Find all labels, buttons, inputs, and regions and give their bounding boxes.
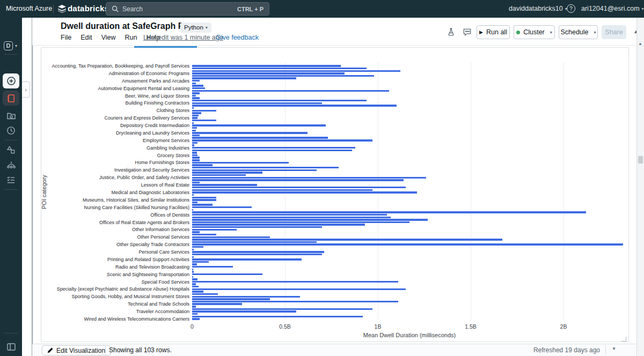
sidebar-item-workspace[interactable] <box>3 108 19 123</box>
comments-icon[interactable] <box>463 27 472 37</box>
bar[interactable] <box>192 276 193 278</box>
bar[interactable] <box>192 112 201 114</box>
bar[interactable] <box>192 85 203 86</box>
expand-sidebar-handle[interactable]: › <box>22 81 30 98</box>
bar[interactable] <box>192 83 196 84</box>
cluster-button[interactable]: Cluster▾ <box>514 25 555 39</box>
last-edit-link[interactable]: Last edit was 1 minute ago <box>143 34 223 41</box>
bar[interactable] <box>192 236 270 238</box>
bar[interactable] <box>192 157 200 158</box>
bar[interactable] <box>192 204 213 205</box>
bar[interactable] <box>192 174 246 176</box>
bar[interactable] <box>192 189 372 191</box>
chevron-down-icon[interactable]: ▼ <box>612 346 616 351</box>
bar[interactable] <box>192 224 365 225</box>
bar[interactable] <box>192 306 196 307</box>
give-feedback-link[interactable]: Give feedback <box>216 34 259 41</box>
bar[interactable] <box>192 281 398 283</box>
bar[interactable] <box>192 288 406 290</box>
bar[interactable] <box>192 177 426 179</box>
bar[interactable] <box>192 278 197 280</box>
bar[interactable] <box>192 291 203 292</box>
bar[interactable] <box>192 286 199 287</box>
bar[interactable] <box>192 70 400 72</box>
bar[interactable] <box>192 199 216 201</box>
bar[interactable] <box>192 256 194 258</box>
help-icon[interactable]: ? <box>567 4 575 13</box>
bar[interactable] <box>192 72 345 74</box>
bar[interactable] <box>192 303 242 305</box>
menu-file[interactable]: File <box>61 34 71 41</box>
menu-view[interactable]: View <box>101 34 116 41</box>
bar[interactable] <box>192 206 252 208</box>
bar[interactable] <box>192 75 374 77</box>
bar[interactable] <box>192 100 367 101</box>
bar[interactable] <box>192 271 194 272</box>
bar[interactable] <box>192 77 296 79</box>
bar[interactable] <box>192 167 339 168</box>
bar[interactable] <box>192 97 200 99</box>
bar[interactable] <box>192 107 194 109</box>
bar[interactable] <box>192 209 193 211</box>
bar[interactable] <box>192 117 197 118</box>
bar[interactable] <box>192 316 363 317</box>
bar[interactable] <box>192 164 213 166</box>
bar[interactable] <box>192 95 196 97</box>
bar[interactable] <box>192 231 200 233</box>
bar[interactable] <box>192 132 308 134</box>
bar[interactable] <box>192 310 296 312</box>
bar[interactable] <box>192 226 322 228</box>
bar[interactable] <box>192 293 218 295</box>
panel-toggle-button[interactable] <box>3 339 19 354</box>
bar[interactable] <box>192 296 300 298</box>
bar[interactable] <box>192 150 352 151</box>
bar[interactable] <box>192 301 398 302</box>
bar[interactable] <box>192 313 197 315</box>
sidebar-item-data[interactable] <box>3 142 19 157</box>
bar[interactable] <box>192 92 200 94</box>
bar[interactable] <box>192 254 322 255</box>
new-button[interactable] <box>3 73 19 88</box>
bar[interactable] <box>192 159 200 161</box>
experiment-flask-icon[interactable] <box>447 27 456 37</box>
bar[interactable] <box>192 318 200 320</box>
bar[interactable] <box>192 243 623 245</box>
workspace-d-logo[interactable]: D▾ <box>4 40 19 51</box>
bar[interactable] <box>192 130 196 131</box>
resize-handle[interactable] <box>621 337 626 342</box>
bar[interactable] <box>192 144 194 146</box>
account-menu[interactable]: ari12041@esri.com▾ <box>581 0 644 18</box>
bar[interactable] <box>192 249 194 250</box>
bar[interactable] <box>192 221 409 223</box>
bar[interactable] <box>192 184 257 186</box>
share-button[interactable]: Share <box>602 25 626 39</box>
bar[interactable] <box>192 263 197 265</box>
bar[interactable] <box>192 115 199 116</box>
bar[interactable] <box>192 246 203 248</box>
bar[interactable] <box>192 120 216 121</box>
scrollbar-thumb[interactable] <box>638 156 643 164</box>
bar[interactable] <box>192 182 200 183</box>
bar[interactable] <box>192 239 502 240</box>
workspace-switcher[interactable]: daviddatabricks10▾ <box>509 0 567 18</box>
bar[interactable] <box>192 162 289 164</box>
menu-edit[interactable]: Edit <box>80 34 92 41</box>
notebook-title[interactable]: Dwell duration at SafeGraph POIs <box>61 21 197 31</box>
bar[interactable] <box>192 147 355 149</box>
bar[interactable] <box>192 261 209 263</box>
bar[interactable] <box>192 154 197 156</box>
bar[interactable] <box>192 273 262 275</box>
bar[interactable] <box>192 298 270 300</box>
databricks-logo[interactable] <box>57 4 67 13</box>
bar[interactable] <box>192 172 262 173</box>
menu-run[interactable]: Run <box>125 34 137 41</box>
bar[interactable] <box>192 87 205 89</box>
bar[interactable] <box>192 169 317 171</box>
bar[interactable] <box>192 217 391 218</box>
bar[interactable] <box>192 241 317 243</box>
bar[interactable] <box>192 105 397 106</box>
bar[interactable] <box>192 197 216 198</box>
bar[interactable] <box>192 65 341 66</box>
bar[interactable] <box>192 308 372 310</box>
databricks-wordmark[interactable]: databricks <box>68 0 109 18</box>
